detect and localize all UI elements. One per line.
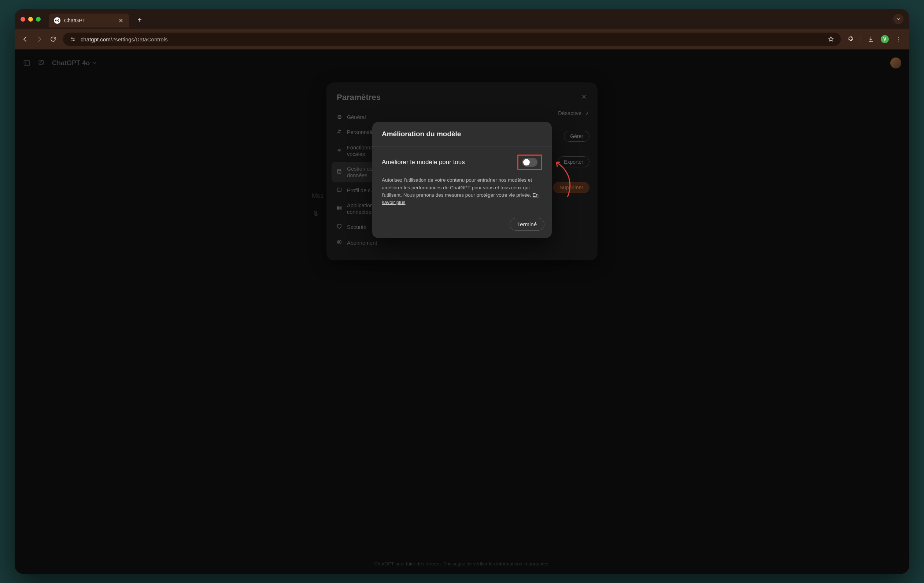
status-disabled-link[interactable]: Désactivé	[558, 110, 589, 116]
manage-button[interactable]: Gérer	[564, 131, 589, 142]
sidebar-toggle-icon[interactable]	[23, 59, 31, 67]
tab-list-dropdown[interactable]	[893, 14, 904, 24]
svg-point-5	[898, 41, 899, 41]
shield-icon	[336, 223, 343, 231]
grid-icon	[336, 205, 343, 212]
toggle-label: Améliorer le modèle pour tous	[382, 158, 517, 166]
url-field[interactable]: chatgpt.com/#settings/DataControls	[63, 33, 841, 46]
chatgpt-favicon	[54, 17, 61, 24]
composer-icons-behind	[312, 211, 318, 217]
chevron-right-icon	[584, 110, 589, 116]
model-improvement-dialog: Amélioration du modèle Améliorer le modè…	[372, 122, 552, 238]
site-settings-icon[interactable]	[69, 35, 77, 43]
tab-close-button[interactable]	[117, 17, 124, 24]
svg-point-16	[338, 241, 340, 243]
done-button[interactable]: Terminé	[510, 218, 544, 231]
app-viewport: ChatGPT 4o Mes Paramètres ⚙	[15, 49, 909, 574]
svg-point-2	[73, 40, 74, 41]
new-chat-icon[interactable]	[37, 59, 45, 67]
browser-tab-active[interactable]: ChatGPT	[49, 13, 129, 28]
url-text: chatgpt.com/#settings/DataControls	[81, 36, 168, 43]
window-controls	[20, 17, 41, 21]
window-maximize-button[interactable]	[36, 17, 41, 21]
model-selector[interactable]: ChatGPT 4o	[52, 59, 97, 67]
svg-point-15	[337, 240, 342, 244]
svg-point-1	[71, 38, 73, 39]
toggle-row: Améliorer le modèle pour tous	[382, 155, 542, 170]
gear-icon: ⚙	[336, 114, 343, 120]
app-footnote: ChatGPT peut faire des erreurs. Envisage…	[15, 561, 909, 567]
svg-rect-13	[337, 209, 339, 210]
svg-point-8	[338, 130, 340, 132]
export-button[interactable]: Exporter	[558, 156, 589, 167]
browser-menu-icon[interactable]	[895, 35, 903, 43]
address-bar: chatgpt.com/#settings/DataControls V	[15, 29, 909, 49]
profile-avatar[interactable]: V	[881, 35, 889, 43]
attach-icon	[312, 211, 318, 217]
svg-rect-11	[337, 206, 339, 208]
settings-close-button[interactable]	[581, 93, 587, 102]
nav-reload-button[interactable]	[49, 35, 57, 43]
browser-window: ChatGPT + chatgpt.com/#settings/DataCont…	[15, 9, 909, 574]
toolbar-divider	[861, 35, 861, 43]
svg-point-9	[337, 169, 341, 171]
svg-point-3	[898, 37, 899, 38]
nav-back-button[interactable]	[21, 35, 29, 43]
settings-header: Paramètres	[327, 93, 597, 110]
svg-rect-14	[340, 209, 341, 210]
user-avatar[interactable]	[890, 58, 901, 69]
annotation-highlight-box	[517, 155, 542, 170]
downloads-icon[interactable]	[867, 35, 875, 43]
voice-icon	[336, 147, 343, 155]
tab-strip: ChatGPT +	[15, 9, 909, 29]
settings-title: Paramètres	[337, 93, 381, 102]
app-header: ChatGPT 4o	[23, 58, 901, 69]
partial-text-behind: Mes	[312, 192, 323, 199]
window-minimize-button[interactable]	[28, 17, 33, 21]
delete-button[interactable]: Supprimer	[553, 182, 589, 193]
tab-title: ChatGPT	[64, 18, 85, 23]
database-icon	[336, 168, 343, 176]
window-close-button[interactable]	[20, 17, 25, 21]
bookmark-star-icon[interactable]	[827, 35, 835, 43]
new-tab-button[interactable]: +	[134, 15, 145, 25]
toggle-knob	[523, 159, 530, 166]
dialog-description: Autorisez l'utilisation de votre contenu…	[382, 176, 542, 206]
svg-rect-12	[340, 206, 341, 208]
subscription-icon	[336, 239, 343, 247]
improve-model-toggle[interactable]	[522, 158, 538, 166]
nav-forward-button[interactable]	[35, 35, 43, 43]
setting-row-status[interactable]: Désactivé	[408, 110, 589, 116]
person-icon	[336, 128, 343, 136]
svg-rect-6	[24, 61, 30, 66]
dialog-title: Amélioration du modèle	[372, 122, 552, 147]
extensions-icon[interactable]	[847, 35, 855, 43]
svg-point-4	[898, 39, 899, 40]
card-icon	[336, 187, 343, 194]
